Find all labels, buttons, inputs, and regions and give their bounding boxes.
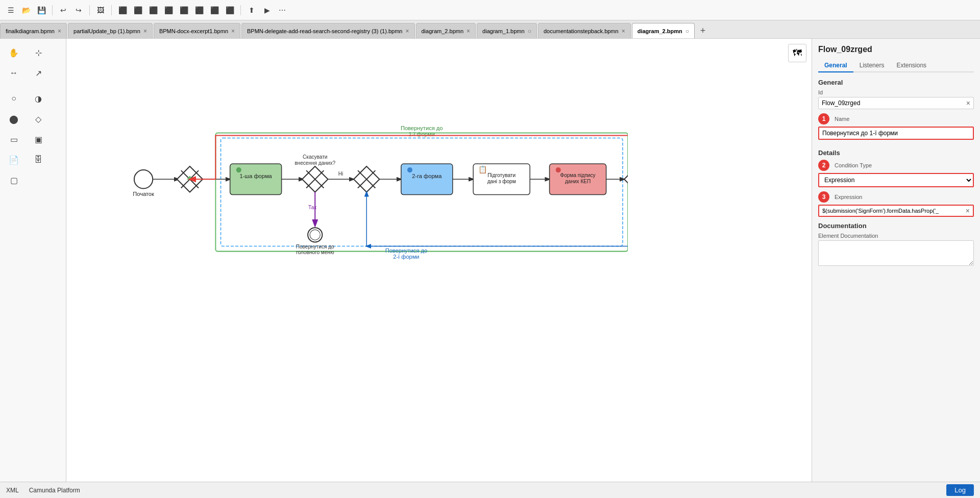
tab-label: partialUpdate_bp (1).bpmn: [74, 28, 140, 34]
expression-row: 3 Expression: [818, 191, 974, 203]
dot-circle-tool[interactable]: ⬤: [2, 109, 26, 129]
flow-title: Flow_09zrged: [818, 45, 974, 54]
sub-rect-tool[interactable]: ▣: [27, 130, 50, 149]
diagram-canvas[interactable]: 🗺: [66, 39, 812, 482]
tool-row-4: ⬤ ◇: [2, 109, 64, 129]
undo-btn[interactable]: ↩: [57, 4, 70, 17]
tab-label: BPMN-delegate-add-read-search-second-reg…: [247, 28, 402, 34]
db-tool[interactable]: 🗄: [27, 150, 50, 169]
id-field-wrapper: ×: [818, 97, 974, 109]
lasso-tool[interactable]: ↗: [27, 63, 50, 83]
distribute-v-btn[interactable]: ⬛: [223, 4, 236, 17]
tab-label: diagram_2.bpmn: [638, 28, 682, 34]
svg-text:Скасувати: Скасувати: [303, 154, 327, 160]
connect-tool[interactable]: ↔: [2, 63, 26, 83]
minimap-button[interactable]: 🗺: [788, 44, 806, 62]
rect-tool[interactable]: ▭: [2, 130, 26, 149]
expand-tool[interactable]: ▢: [2, 170, 26, 190]
tab-close-icon[interactable]: ×: [405, 28, 409, 35]
align-right-btn[interactable]: ⬛: [146, 4, 160, 17]
condition-type-row: 2 Condition Type: [818, 160, 974, 171]
bottom-bar: XML Camunda Platform Log: [0, 482, 980, 498]
tab-general[interactable]: General: [818, 59, 853, 72]
expression-input[interactable]: [819, 206, 963, 216]
menu-btn[interactable]: ☰: [4, 4, 17, 17]
tab-close-icon[interactable]: ×: [231, 28, 235, 35]
tab-add-btn[interactable]: +: [696, 23, 710, 38]
diamond-tool[interactable]: ◇: [27, 109, 50, 129]
image-btn[interactable]: 🖼: [94, 4, 107, 17]
align-top-btn[interactable]: ⬛: [162, 4, 175, 17]
tab-close-icon[interactable]: ×: [58, 28, 61, 35]
left-toolbar: ✋ ⊹ ↔ ↗ ○ ◑ ⬤ ◇ ▭ ▣ 📄 🗄 ▢: [0, 39, 66, 482]
sep3: [111, 5, 112, 15]
tab-label: documentationstepback.bpmn: [544, 28, 619, 34]
align-bottom-btn[interactable]: ⬛: [192, 4, 206, 17]
tab-extensions[interactable]: Extensions: [890, 59, 933, 72]
name-input[interactable]: [818, 127, 974, 140]
svg-point-6: [134, 170, 153, 188]
tab-docstepback[interactable]: documentationstepback.bpmn ×: [538, 23, 631, 38]
distribute-h-btn[interactable]: ⬛: [208, 4, 221, 17]
svg-text:головного меню: головного меню: [296, 250, 334, 255]
tab-diagram2b[interactable]: diagram_2.bpmn ○: [632, 23, 695, 38]
badge-3: 3: [818, 191, 829, 203]
id-clear-btn[interactable]: ×: [963, 98, 973, 108]
svg-point-15: [236, 167, 241, 172]
select-tool[interactable]: ⊹: [27, 43, 50, 62]
save-btn[interactable]: 💾: [35, 4, 48, 17]
tab-close-icon[interactable]: ×: [143, 28, 147, 35]
id-input[interactable]: [819, 97, 963, 109]
main-area: ✋ ⊹ ↔ ↗ ○ ◑ ⬤ ◇ ▭ ▣ 📄 🗄 ▢ 🗺: [0, 39, 980, 482]
svg-text:📋: 📋: [478, 165, 487, 174]
tab-bpmndocx[interactable]: BPMN-docx-excerpt1.bpmn ×: [154, 23, 240, 38]
element-doc-textarea[interactable]: [818, 240, 974, 266]
sep1: [52, 5, 53, 15]
svg-point-45: [556, 167, 561, 172]
platform-label: Camunda Platform: [29, 487, 80, 494]
svg-text:Повернутися до: Повернутися до: [401, 125, 443, 131]
name-field-row: 1 Name: [818, 113, 974, 124]
tab-diagram1[interactable]: diagram_1.bpmn ○: [477, 23, 537, 38]
half-circle-tool[interactable]: ◑: [27, 89, 50, 108]
bpmn-diagram: Повернутися до 1-ї форми Повернутися до …: [87, 54, 628, 273]
svg-text:2-ї форми: 2-ї форми: [393, 254, 419, 260]
svg-point-36: [407, 167, 412, 172]
align-center-btn[interactable]: ⬛: [131, 4, 144, 17]
tab-label: BPMN-docx-excerpt1.bpmn: [159, 28, 228, 34]
xml-label[interactable]: XML: [6, 487, 19, 494]
open-btn[interactable]: 📂: [19, 4, 33, 17]
redo-btn[interactable]: ↪: [72, 4, 85, 17]
tab-close-icon[interactable]: ○: [528, 28, 531, 35]
circle-tool[interactable]: ○: [2, 89, 26, 108]
condition-type-select[interactable]: None Expression Script: [818, 173, 974, 187]
svg-text:Форма підпису: Форма підпису: [560, 172, 596, 178]
section-details: Details: [818, 149, 974, 157]
tab-bpmndelegate[interactable]: BPMN-delegate-add-read-search-second-reg…: [241, 23, 414, 38]
upload-btn[interactable]: ⬆: [245, 4, 258, 17]
note-tool[interactable]: 📄: [2, 150, 26, 169]
tab-finalkdiagram[interactable]: finalkdiagram.bpmn ×: [0, 23, 67, 38]
tool-row-2: ↔ ↗: [2, 63, 64, 83]
tab-listeners[interactable]: Listeners: [853, 59, 891, 72]
tab-diagram2a[interactable]: diagram_2.bpmn ×: [416, 23, 476, 38]
more-btn[interactable]: ⋯: [276, 4, 289, 17]
svg-text:Ні: Ні: [338, 171, 344, 177]
tab-close-icon[interactable]: ×: [622, 28, 625, 35]
align-left-btn[interactable]: ⬛: [116, 4, 129, 17]
align-middle-btn[interactable]: ⬛: [177, 4, 190, 17]
id-label: Id: [818, 89, 974, 95]
tool-row-7: ▢: [2, 170, 64, 190]
log-button[interactable]: Log: [946, 484, 974, 496]
tab-close-icon[interactable]: ○: [685, 28, 689, 35]
tool-row-3: ○ ◑: [2, 89, 64, 108]
tab-label: diagram_1.bpmn: [482, 28, 525, 34]
hand-tool[interactable]: ✋: [2, 43, 26, 62]
svg-text:2-га форма: 2-га форма: [412, 173, 442, 179]
expression-clear-btn[interactable]: ×: [963, 206, 973, 216]
svg-text:1-ї форми: 1-ї форми: [409, 131, 435, 137]
tab-partialupdate[interactable]: partialUpdate_bp (1).bpmn ×: [68, 23, 153, 38]
deploy-btn[interactable]: ▶: [260, 4, 274, 17]
tab-close-icon[interactable]: ×: [467, 28, 470, 35]
tab-label: diagram_2.bpmn: [422, 28, 464, 34]
